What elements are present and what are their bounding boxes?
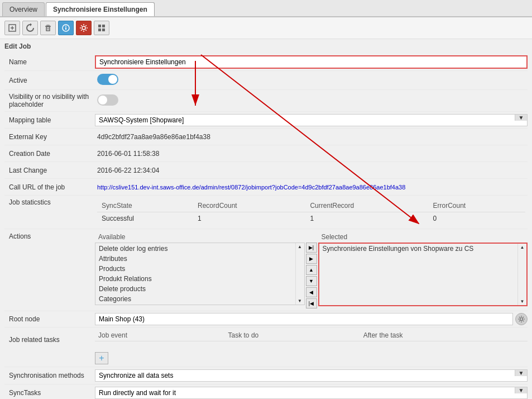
call-url-row: Call URL of the job http://cslive151.dev…: [4, 179, 528, 196]
sync-methods-select[interactable]: Synchronize all data sets: [95, 370, 515, 381]
stats-table: SyncState RecordCount CurrentRecord Erro…: [97, 200, 525, 225]
active-toggle[interactable]: [97, 74, 118, 85]
stats-errorcount: 0: [428, 212, 525, 225]
job-tasks-label: Job related tasks: [4, 335, 95, 345]
svg-rect-3: [46, 27, 50, 31]
tab-synchronisiere[interactable]: Synchronisiere Einstellungen: [46, 2, 155, 16]
tasks-header-row: Job event Task to do After the task: [95, 330, 528, 341]
list-item[interactable]: Product assignment to category: [95, 304, 295, 305]
call-url-label: Call URL of the job: [4, 182, 95, 192]
sync-methods-arrow[interactable]: ▼: [515, 370, 527, 376]
settings-button[interactable]: [76, 21, 92, 35]
root-node-select[interactable]: Main Shop (43): [95, 314, 512, 325]
visibility-row: Visibility or no visibility with placeho…: [4, 90, 528, 112]
mapping-select-wrapper: SAWSQ-System [Shopware] ▼: [95, 114, 528, 126]
tasks-header-event: Job event: [95, 330, 225, 341]
sync-tasks-select-wrapper: Run directly and wait for it ▼: [95, 387, 528, 399]
list-transfer-controls: ▶| ▶ ▲ ▼ ◀ |◀: [305, 243, 318, 308]
info-button[interactable]: [58, 21, 74, 35]
tasks-empty-row: [95, 341, 528, 350]
transfer-all-left-button[interactable]: |◀: [306, 298, 317, 308]
name-label: Name: [4, 57, 95, 67]
statistics-row: Job staticstics SyncState RecordCount Cu…: [4, 196, 528, 229]
name-row: Name: [4, 54, 528, 71]
add-task-button[interactable]: +: [95, 352, 108, 364]
root-node-label: Root node: [4, 314, 95, 324]
list-item[interactable]: Produkt Relations: [95, 274, 295, 284]
creation-date-label: Creation Date: [4, 149, 95, 159]
available-list[interactable]: Delete older log entries Attributes Prod…: [95, 243, 295, 305]
tasks-header-task: Task to do: [225, 330, 360, 341]
stats-header-recordcount: RecordCount: [193, 200, 305, 212]
section-title: Edit Job: [0, 39, 532, 54]
active-label: Active: [4, 75, 95, 86]
visibility-label: Visibility or no visibility with placeho…: [4, 92, 95, 110]
sync-methods-select-wrapper: Synchronize all data sets ▼: [95, 369, 528, 382]
actions-label: Actions: [4, 231, 95, 241]
stats-currentrecord: 1: [305, 212, 428, 225]
creation-date-value: 2016-06-01 11:58:38: [95, 149, 528, 159]
sync-tasks-arrow[interactable]: ▼: [515, 387, 527, 393]
mapping-select-arrow[interactable]: ▼: [515, 115, 527, 121]
refresh-button[interactable]: [22, 21, 38, 35]
root-node-select-wrapper: Main Shop (43): [95, 313, 513, 325]
external-key-label: External Key: [4, 132, 95, 142]
stats-row: Successful 1 1 0: [97, 212, 525, 225]
grid-button[interactable]: [94, 21, 109, 35]
active-row: Active: [4, 71, 528, 90]
svg-rect-13: [98, 28, 101, 31]
external-key-value: 4d9c2bfdf27aa8ae9a86e86ae1bf4a38: [95, 132, 528, 142]
stats-syncstate: Successful: [97, 212, 193, 225]
tab-overview[interactable]: Overview: [2, 2, 45, 16]
svg-rect-11: [98, 25, 101, 27]
transfer-up-button[interactable]: ▲: [306, 265, 317, 275]
list-item[interactable]: Delete older log entries: [95, 244, 295, 254]
last-change-label: Last Change: [4, 165, 95, 175]
statistics-label: Job staticstics: [4, 197, 95, 207]
tasks-header-after: After the task: [360, 330, 528, 341]
selected-list[interactable]: Synchronisiere Einstellungen von Shopwar…: [319, 244, 518, 305]
transfer-down-button[interactable]: ▼: [306, 276, 317, 286]
svg-point-18: [520, 318, 523, 321]
list-item[interactable]: Delete products: [95, 284, 295, 294]
stats-header-syncstate: SyncState: [97, 200, 193, 212]
visibility-toggle[interactable]: [97, 94, 118, 106]
stats-header-currentrecord: CurrentRecord: [305, 200, 428, 212]
tasks-table: Job event Task to do After the task: [95, 330, 528, 350]
call-url-value: http://cslive151.dev-int.saws-office.de/…: [95, 183, 528, 192]
creation-date-row: Creation Date 2016-06-01 11:58:38: [4, 145, 528, 162]
delete-button[interactable]: [40, 21, 56, 35]
svg-rect-14: [102, 28, 105, 31]
svg-point-9: [65, 26, 66, 27]
new-button[interactable]: [4, 21, 20, 35]
external-key-row: External Key 4d9c2bfdf27aa8ae9a86e86ae1b…: [4, 129, 528, 145]
stats-recordcount: 1: [193, 212, 305, 225]
selected-scrollbar[interactable]: ▲ ▼: [517, 244, 526, 305]
job-tasks-section: Job related tasks Job event Task to do A…: [4, 327, 528, 367]
sync-tasks-select[interactable]: Run directly and wait for it: [95, 387, 515, 398]
sync-tasks-row: SyncTasks Run directly and wait for it ▼: [4, 384, 528, 400]
transfer-all-right-button[interactable]: ▶|: [306, 243, 317, 253]
available-header: Available: [95, 231, 305, 243]
mapping-label: Mapping table: [4, 115, 95, 125]
mapping-row: Mapping table SAWSQ-System [Shopware] ▼: [4, 112, 528, 129]
sync-methods-row: Synchronisation methods Synchronize all …: [4, 367, 528, 384]
list-item[interactable]: Products: [95, 264, 295, 274]
list-item[interactable]: Attributes: [95, 254, 295, 264]
selected-item[interactable]: Synchronisiere Einstellungen von Shopwar…: [319, 244, 518, 254]
actions-lists: Available Delete older log entries Attri…: [95, 231, 528, 308]
root-node-row: Root node Main Shop (43): [4, 311, 528, 327]
list-item[interactable]: Categories: [95, 294, 295, 304]
mapping-select[interactable]: SAWSQ-System [Shopware]: [95, 115, 515, 126]
actions-row: Actions Available Delete older log entri…: [4, 229, 528, 311]
selected-list-container: Selected Synchronisiere Einstellungen vo…: [318, 231, 528, 306]
transfer-right-button[interactable]: ▶: [306, 254, 317, 264]
svg-rect-12: [102, 25, 105, 27]
last-change-value: 2016-06-22 12:34:04: [95, 165, 528, 175]
name-input[interactable]: [95, 55, 528, 69]
root-node-gear-icon[interactable]: [515, 313, 528, 325]
available-scrollbar[interactable]: ▲ ▼: [295, 243, 304, 305]
last-change-row: Last Change 2016-06-22 12:34:04: [4, 162, 528, 179]
sync-tasks-label: SyncTasks: [4, 388, 95, 398]
transfer-left-button[interactable]: ◀: [306, 287, 317, 297]
